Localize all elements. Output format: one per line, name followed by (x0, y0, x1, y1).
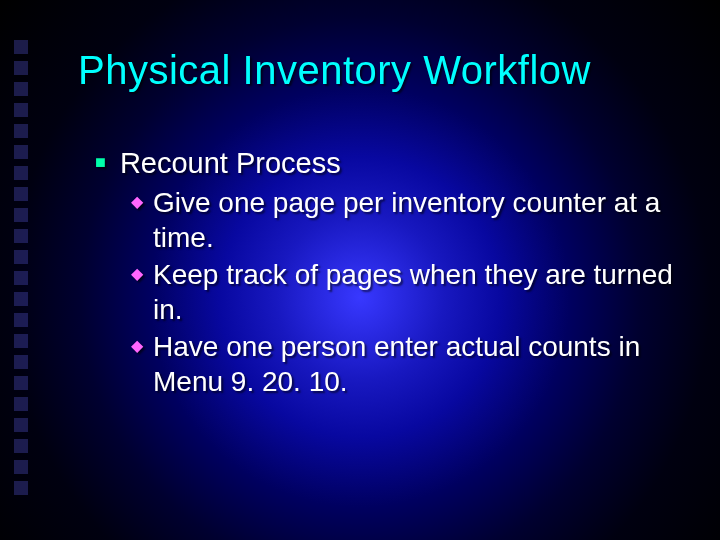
deco-square (14, 481, 28, 495)
decorative-squares-column (14, 40, 28, 495)
diamond-bullet-icon: ◆ (131, 257, 143, 291)
list-item-text: Have one person enter actual counts in M… (153, 329, 680, 399)
slide-body: ■ Recount Process ◆ Give one page per in… (95, 145, 680, 401)
deco-square (14, 313, 28, 327)
deco-square (14, 334, 28, 348)
deco-square (14, 82, 28, 96)
deco-square (14, 145, 28, 159)
list-item-text: Recount Process (120, 145, 341, 181)
deco-square (14, 271, 28, 285)
deco-square (14, 40, 28, 54)
list-item-level1: ■ Recount Process (95, 145, 680, 181)
deco-square (14, 124, 28, 138)
deco-square (14, 439, 28, 453)
deco-square (14, 292, 28, 306)
sub-list: ◆ Give one page per inventory counter at… (131, 185, 680, 399)
deco-square (14, 460, 28, 474)
deco-square (14, 166, 28, 180)
square-bullet-icon: ■ (95, 145, 106, 179)
list-item-level2: ◆ Keep track of pages when they are turn… (131, 257, 680, 327)
deco-square (14, 355, 28, 369)
slide-title: Physical Inventory Workflow (78, 48, 591, 93)
list-item-text: Keep track of pages when they are turned… (153, 257, 680, 327)
deco-square (14, 250, 28, 264)
deco-square (14, 376, 28, 390)
slide: Physical Inventory Workflow ■ Recount Pr… (0, 0, 720, 540)
diamond-bullet-icon: ◆ (131, 329, 143, 363)
deco-square (14, 187, 28, 201)
deco-square (14, 229, 28, 243)
list-item-text: Give one page per inventory counter at a… (153, 185, 680, 255)
deco-square (14, 103, 28, 117)
deco-square (14, 397, 28, 411)
deco-square (14, 61, 28, 75)
list-item-level2: ◆ Give one page per inventory counter at… (131, 185, 680, 255)
diamond-bullet-icon: ◆ (131, 185, 143, 219)
deco-square (14, 418, 28, 432)
list-item-level2: ◆ Have one person enter actual counts in… (131, 329, 680, 399)
deco-square (14, 208, 28, 222)
